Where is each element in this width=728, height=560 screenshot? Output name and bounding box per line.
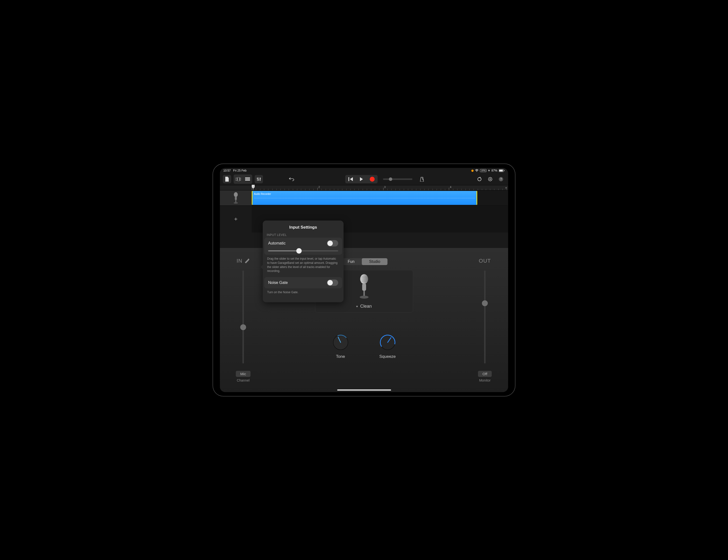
tone-knob[interactable]: Tone	[332, 333, 349, 359]
input-column: IN Mic Channel	[230, 258, 257, 382]
master-volume-thumb[interactable]	[389, 178, 392, 181]
help-button[interactable]: ?	[497, 175, 505, 183]
go-to-start-button[interactable]	[345, 175, 356, 183]
svg-rect-39	[363, 291, 365, 296]
svg-point-13	[258, 180, 259, 180]
ruler-bar: 4	[450, 186, 451, 189]
svg-line-25	[489, 178, 489, 178]
play-button[interactable]	[356, 175, 367, 183]
popover-title: Input Settings	[263, 225, 344, 230]
preset-mic-icon	[357, 274, 371, 300]
preset-name: Clean	[356, 304, 372, 309]
audio-region[interactable]: Audio Recorder	[252, 191, 477, 205]
svg-point-19	[489, 178, 492, 181]
output-level-thumb[interactable]	[482, 300, 488, 306]
noise-gate-help: Turn on the Noise Gate.	[263, 288, 344, 298]
add-track-button[interactable]: +	[220, 206, 252, 233]
automatic-label: Automatic	[268, 241, 286, 246]
svg-rect-16	[348, 177, 349, 181]
settings-button[interactable]	[486, 175, 494, 183]
svg-rect-6	[240, 178, 241, 180]
channel-button[interactable]: Mic	[236, 371, 250, 377]
timeline-ruler[interactable]: + 1234	[252, 185, 508, 190]
automatic-toggle[interactable]	[327, 240, 338, 247]
track-controls-button[interactable]	[255, 175, 263, 183]
waveform	[254, 198, 475, 198]
tracks-view-button[interactable]	[243, 175, 252, 183]
svg-point-15	[260, 178, 261, 179]
output-column: OUT Off Monitor	[471, 258, 498, 382]
input-level-help: Drag the slider to set the input level, …	[263, 255, 344, 277]
battery-pct: 87%	[491, 169, 497, 172]
svg-rect-4	[236, 178, 237, 180]
squeeze-knob[interactable]: Squeeze	[379, 333, 396, 359]
tone-label: Tone	[336, 354, 345, 359]
ruler-bar: 2	[318, 186, 320, 189]
input-level-thumb[interactable]	[296, 248, 302, 254]
svg-line-26	[491, 180, 492, 181]
svg-rect-2	[504, 170, 504, 171]
noise-gate-toggle[interactable]	[327, 280, 338, 286]
toolbar: ?	[220, 173, 508, 185]
input-level-thumb[interactable]	[240, 324, 246, 330]
timeline-ruler-row: + 1234	[220, 185, 508, 191]
knobs-row: Tone Squeeze	[332, 333, 396, 359]
track-row: Audio Recorder	[220, 191, 508, 206]
track-header[interactable]	[220, 191, 252, 206]
output-level-vslider[interactable]	[484, 271, 486, 363]
popover-arrow	[261, 265, 263, 270]
home-indicator[interactable]	[337, 389, 391, 391]
svg-rect-5	[238, 177, 239, 181]
loop-browser-button[interactable]	[475, 175, 484, 183]
input-level-hslider[interactable]	[268, 251, 338, 252]
svg-line-28	[491, 178, 492, 178]
transport-controls	[345, 175, 378, 183]
input-settings-popover: Input Settings INPUT LEVEL Automatic Dra…	[263, 221, 344, 302]
channel-label: Channel	[237, 378, 250, 382]
noise-gate-row: Noise Gate	[264, 277, 342, 288]
svg-rect-9	[245, 180, 250, 181]
svg-rect-34	[235, 200, 236, 203]
add-section-button[interactable]: +	[505, 186, 507, 190]
vpn-badge: VPN	[480, 169, 487, 172]
my-songs-button[interactable]	[223, 175, 231, 183]
input-level-section-header: INPUT LEVEL	[263, 233, 344, 237]
browser-view-button[interactable]	[234, 175, 242, 183]
svg-point-36	[248, 259, 249, 260]
svg-text:?: ?	[500, 178, 502, 181]
svg-point-35	[234, 202, 238, 204]
svg-rect-3	[499, 170, 503, 172]
segment-studio[interactable]: Studio	[362, 258, 388, 265]
svg-point-11	[257, 178, 258, 179]
squeeze-label: Squeeze	[379, 354, 396, 359]
out-label: OUT	[479, 258, 491, 264]
master-volume-slider[interactable]	[383, 179, 412, 180]
status-bar: 10:57 Fri 25 Feb VPN 87%	[220, 168, 508, 173]
recording-indicator-dot	[471, 170, 474, 172]
track-lane[interactable]: Audio Recorder	[252, 191, 508, 206]
svg-rect-38	[362, 283, 366, 291]
record-button[interactable]	[367, 175, 378, 183]
monitor-button[interactable]: Off	[478, 371, 492, 377]
svg-rect-33	[235, 197, 237, 200]
svg-point-32	[234, 192, 238, 197]
svg-point-0	[477, 171, 477, 172]
screen: 10:57 Fri 25 Feb VPN 87%	[220, 168, 508, 392]
metronome-button[interactable]	[418, 175, 426, 183]
wifi-icon	[475, 169, 478, 172]
svg-point-18	[478, 178, 481, 181]
undo-button[interactable]	[287, 175, 296, 183]
in-label: IN	[237, 258, 242, 264]
noise-gate-label: Noise Gate	[268, 280, 288, 285]
charging-icon	[488, 169, 490, 172]
automatic-row: Automatic	[264, 238, 342, 249]
input-level-vslider[interactable]	[242, 271, 244, 363]
status-time: 10:57	[223, 169, 231, 172]
input-settings-icon[interactable]	[244, 258, 250, 264]
monitor-label: Monitor	[479, 378, 491, 382]
segment-fun[interactable]: Fun	[340, 258, 362, 265]
svg-point-20	[490, 179, 491, 180]
preset-category-segments: FunStudio	[340, 258, 388, 265]
input-level-slider-row	[264, 249, 342, 255]
ruler-bar: 1	[253, 186, 254, 189]
